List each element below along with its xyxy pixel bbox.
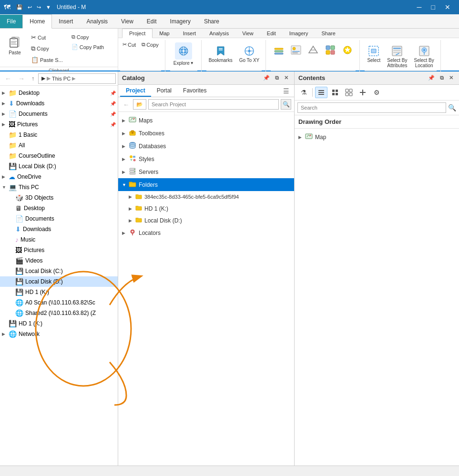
tree-item-music[interactable]: ♪ Music <box>0 234 118 245</box>
contents-close-btn[interactable]: ✕ <box>447 74 455 82</box>
catalog-item-toolboxes[interactable]: ▶ Toolboxes <box>118 127 294 140</box>
tree-item-onedrive[interactable]: ▶ ☁ OneDrive <box>0 172 118 182</box>
paste-button[interactable]: Paste <box>3 30 27 58</box>
tree-item-a0scan[interactable]: 🌐 A0 Scan (\\10.110.63.82\Sc <box>0 297 118 308</box>
catalog-item-databases[interactable]: ▶ Databases <box>118 140 294 152</box>
copy-path-button[interactable]: ⧉ Copy <box>69 32 106 41</box>
layer-btn2[interactable] <box>288 42 304 58</box>
forward-button[interactable]: → <box>15 73 28 84</box>
maximize-btn[interactable]: □ <box>427 0 440 14</box>
contents-item-map[interactable]: ▶ Map <box>295 131 459 143</box>
copy-path-button2[interactable]: 📄 Copy Path <box>69 42 106 51</box>
tab-insert[interactable]: Insert <box>52 15 80 28</box>
explore-button[interactable]: Explore ▼ <box>170 40 197 68</box>
layer-btn3[interactable] <box>305 42 321 58</box>
catalog-search-btn[interactable]: 🔍 <box>281 99 291 110</box>
qat-dropdown[interactable]: ▼ <box>44 3 53 11</box>
tree-item-desktop1[interactable]: ▶ 📁 Desktop 📌 <box>0 88 118 98</box>
catalog-back-btn[interactable]: ← <box>121 100 131 109</box>
bookmarks-button[interactable]: Bookmarks <box>206 42 235 66</box>
ribbon-subtab-insert[interactable]: Insert <box>176 29 203 38</box>
tree-item-downloads1[interactable]: ▶ ⬇ Downloads 📌 <box>0 98 118 109</box>
ribbon-subtab-map[interactable]: Map <box>153 29 176 38</box>
tree-item-localc[interactable]: 💾 Local Disk (C:) <box>0 266 118 276</box>
layer-btn5[interactable] <box>339 42 356 58</box>
tree-item-documents2[interactable]: 📄 Documents <box>0 213 118 224</box>
tile-view-btn[interactable] <box>329 87 341 98</box>
ribbon-subtab-imagery[interactable]: Imagery <box>283 29 315 38</box>
tab-analysis[interactable]: Analysis <box>80 15 114 28</box>
close-btn[interactable]: ✕ <box>440 0 455 14</box>
catalog-search-input[interactable] <box>148 99 279 110</box>
catalog-tab-portal[interactable]: Portal <box>151 85 177 97</box>
tab-edit[interactable]: Edit <box>140 15 163 28</box>
tree-item-pictures1[interactable]: ▶ 🖼 Pictures 📌 <box>0 119 118 130</box>
paste-special-button[interactable]: 📋 Paste S... <box>29 55 65 65</box>
tree-item-3dobjects[interactable]: 🎲 3D Objects <box>0 192 118 203</box>
catalog-pin-btn[interactable]: 📌 <box>261 74 272 82</box>
catalog-path-input[interactable]: 📂 <box>133 99 146 110</box>
ribbon-subtab-view[interactable]: View <box>235 29 260 38</box>
catalog-tab-favorites[interactable]: Favorites <box>177 85 212 97</box>
thumbnail-view-btn[interactable] <box>343 87 355 98</box>
tree-item-downloads2[interactable]: ⬇ Downloads <box>0 224 118 234</box>
ribbon-subtab-analysis[interactable]: Analysis <box>203 29 235 38</box>
tree-item-desktop2[interactable]: 🖥 Desktop <box>0 203 118 213</box>
catalog-item-folders[interactable]: ▼ Folders <box>118 178 294 191</box>
catalog-item-locators[interactable]: ▶ Locators <box>118 226 294 239</box>
ribbon-subtab-project[interactable]: Project <box>122 29 153 38</box>
tree-item-shared2[interactable]: 🌐 Shared2 (\\10.110.63.82) (Z <box>0 308 118 318</box>
ribbon-subtab-edit[interactable]: Edit <box>260 29 283 38</box>
tree-item-videos[interactable]: 🎬 Videos <box>0 255 118 266</box>
catalog-close-btn[interactable]: ✕ <box>282 74 290 82</box>
tree-item-thispc[interactable]: ▼ 💻 This PC <box>0 182 118 192</box>
tree-item-localdiskd1[interactable]: 💾 Local Disk (D:) <box>0 161 118 172</box>
filter-btn[interactable]: ⚗ <box>297 87 310 98</box>
up-button[interactable]: ↑ <box>29 74 37 83</box>
tree-item-documents1[interactable]: ▶ 📄 Documents 📌 <box>0 109 118 119</box>
tab-file[interactable]: File <box>0 15 22 28</box>
settings-btn[interactable]: ⚙ <box>370 87 383 98</box>
contents-search-input[interactable] <box>297 102 446 113</box>
tree-item-network[interactable]: ▶ 🌐 Network <box>0 329 118 339</box>
catalog-item-servers[interactable]: ▶ Servers <box>118 165 294 178</box>
minimize-btn[interactable]: ─ <box>412 0 427 14</box>
catalog-tab-project[interactable]: Project <box>120 85 151 97</box>
select-by-attr-button[interactable]: Select ByAttributes <box>385 42 409 71</box>
right-copy-button[interactable]: ⧉Copy <box>139 40 161 49</box>
catalog-item-localdisk[interactable]: ▶ Local Disk (D:) <box>118 214 294 226</box>
catalog-item-guid[interactable]: ▶ 384ec35c-8d33-465c-bfe5-6ca9c5df5f94 <box>118 191 294 203</box>
qat-save[interactable]: 💾 <box>14 3 25 11</box>
select-by-loc-button[interactable]: Select ByLocation <box>412 42 437 71</box>
tree-item-hd1k2[interactable]: 💾 HD 1 (K:) <box>0 318 118 329</box>
tab-view[interactable]: View <box>114 15 140 28</box>
back-button[interactable]: ← <box>2 73 14 84</box>
tree-item-courseoutline[interactable]: 📁 CourseOutline <box>0 151 118 161</box>
copy-button[interactable]: ⧉ Copy <box>29 43 65 54</box>
contents-pin-btn[interactable]: 📌 <box>426 74 437 82</box>
tree-item-pictures2[interactable]: 🖼 Pictures <box>0 245 118 255</box>
tree-item-locald-selected[interactable]: 💾 Local Disk (D:) <box>0 276 118 287</box>
tree-item-hd1k1[interactable]: 💾 HD 1 (K:) <box>0 287 118 297</box>
catalog-float-btn[interactable]: ⧉ <box>273 74 281 82</box>
right-cut-button[interactable]: ✂Cut <box>120 40 138 49</box>
add-layer-btn[interactable] <box>357 87 369 98</box>
layer-btn1[interactable] <box>271 42 287 58</box>
contents-float-btn[interactable]: ⧉ <box>438 74 446 82</box>
address-bar[interactable]: ▶ ▶ This PC ▶ <box>38 73 116 84</box>
tab-imagery[interactable]: Imagery <box>163 15 197 28</box>
tree-item-1basic[interactable]: 📁 1 Basic <box>0 130 118 140</box>
goto-xy-button[interactable]: Go To XY <box>237 42 262 66</box>
select-button[interactable]: Select <box>365 42 383 65</box>
catalog-item-styles[interactable]: ▶ Styles <box>118 152 294 165</box>
layer-btn4[interactable] <box>322 42 338 58</box>
ribbon-subtab-share[interactable]: Share <box>315 29 342 38</box>
qat-undo[interactable]: ↩ <box>26 3 34 11</box>
qat-redo[interactable]: ↪ <box>35 3 43 11</box>
contents-search-btn[interactable]: 🔍 <box>448 104 456 111</box>
tab-share[interactable]: Share <box>197 15 226 28</box>
catalog-item-hd1k[interactable]: ▶ HD 1 (K:) <box>118 203 294 214</box>
tree-item-all[interactable]: 📁 All <box>0 140 118 151</box>
catalog-menu-btn[interactable]: ☰ <box>280 87 292 95</box>
tab-home[interactable]: Home <box>22 14 52 29</box>
